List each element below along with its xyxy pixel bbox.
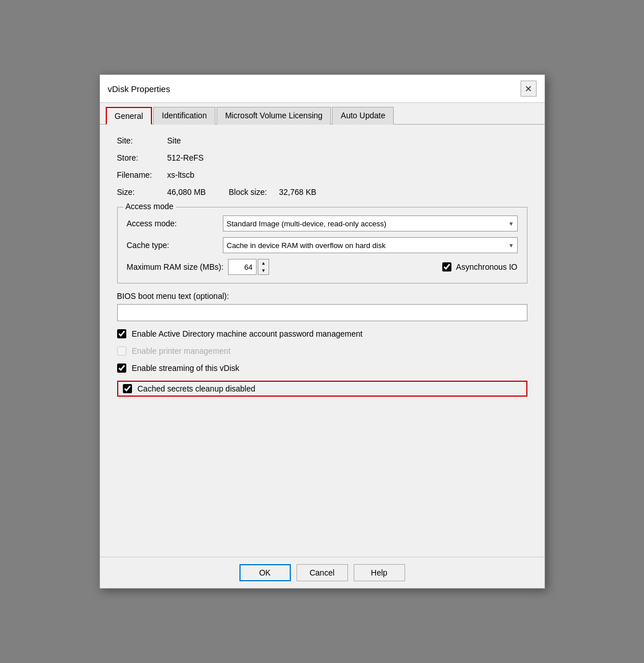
printer-checkbox[interactable]: [117, 346, 126, 356]
access-mode-group: Access mode Access mode: Standard Image …: [117, 207, 527, 283]
async-io-checkbox[interactable]: [442, 262, 451, 271]
ram-label: Maximum RAM size (MBs):: [127, 262, 224, 271]
store-value: 512-ReFS: [167, 153, 204, 162]
cache-type-row: Cache type: Cache in device RAM with ove…: [127, 237, 518, 253]
cancel-button[interactable]: Cancel: [297, 564, 348, 581]
ram-left: Maximum RAM size (MBs): ▲ ▼: [127, 259, 270, 275]
access-mode-select-wrapper: Standard Image (multi-device, read-only …: [223, 215, 518, 231]
tab-identification[interactable]: Identification: [153, 107, 215, 125]
dialog-footer: OK Cancel Help: [100, 557, 545, 588]
checkbox-streaming: Enable streaming of this vDisk: [117, 364, 527, 373]
cache-type-select[interactable]: Cache in device RAM with overflow on har…: [223, 237, 518, 253]
size-value: 46,080 MB: [167, 187, 206, 197]
spinbox-buttons: ▲ ▼: [258, 259, 269, 275]
size-pair: Size: 46,080 MB: [117, 187, 206, 197]
access-mode-select[interactable]: Standard Image (multi-device, read-only …: [223, 215, 518, 231]
tab-licensing[interactable]: Microsoft Volume Licensing: [217, 107, 331, 125]
cache-type-select-wrapper: Cache in device RAM with overflow on har…: [223, 237, 518, 253]
access-mode-row: Access mode: Standard Image (multi-devic…: [127, 215, 518, 231]
store-label: Store:: [117, 153, 163, 162]
tab-bar: General Identification Microsoft Volume …: [100, 103, 545, 125]
access-mode-inner: Access mode: Standard Image (multi-devic…: [127, 215, 518, 275]
close-button[interactable]: ✕: [521, 81, 537, 97]
size-row: Size: 46,080 MB Block size: 32,768 KB: [117, 187, 527, 197]
blocksize-label: Block size:: [229, 187, 274, 197]
store-row: Store: 512-ReFS: [117, 153, 527, 162]
help-button[interactable]: Help: [354, 564, 405, 581]
site-value: Site: [167, 136, 181, 145]
ad-password-label: Enable Active Directory machine account …: [132, 329, 363, 338]
ram-input[interactable]: [228, 259, 257, 275]
ad-password-checkbox[interactable]: [117, 329, 126, 338]
cached-secrets-checkbox[interactable]: [123, 384, 132, 393]
checkbox-cached-secrets: Cached secrets cleanup disabled: [117, 381, 527, 397]
ram-async-row: Maximum RAM size (MBs): ▲ ▼ Asynchronous…: [127, 259, 518, 275]
site-row: Site: Site: [117, 136, 527, 145]
streaming-label: Enable streaming of this vDisk: [132, 364, 239, 373]
cache-type-label: Cache type:: [127, 241, 218, 250]
dialog-title: vDisk Properties: [108, 84, 170, 94]
ok-button[interactable]: OK: [239, 564, 291, 581]
tab-general[interactable]: General: [106, 107, 153, 125]
blocksize-pair: Block size: 32,768 KB: [229, 187, 316, 197]
size-label: Size:: [117, 187, 163, 197]
ram-spinbox: ▲ ▼: [228, 259, 269, 275]
async-io-label: Asynchronous IO: [456, 262, 517, 271]
bios-label: BIOS boot menu text (optional):: [117, 291, 527, 301]
bios-section: BIOS boot menu text (optional):: [117, 291, 527, 321]
title-bar: vDisk Properties ✕: [100, 75, 545, 103]
access-mode-label: Access mode:: [127, 219, 218, 228]
streaming-checkbox[interactable]: [117, 364, 126, 373]
vdisk-properties-dialog: vDisk Properties ✕ General Identificatio…: [99, 74, 545, 589]
printer-label: Enable printer management: [132, 346, 231, 356]
filename-value: xs-ltscb: [167, 170, 194, 179]
tab-autoupdate[interactable]: Auto Update: [332, 107, 394, 125]
access-mode-legend: Access mode: [123, 202, 176, 211]
checkbox-ad-password: Enable Active Directory machine account …: [117, 329, 527, 338]
cached-secrets-label: Cached secrets cleanup disabled: [138, 384, 255, 393]
ram-right: Asynchronous IO: [442, 262, 517, 271]
site-label: Site:: [117, 136, 163, 145]
filename-row: Filename: xs-ltscb: [117, 170, 527, 179]
bios-input[interactable]: [117, 304, 527, 321]
checkbox-printer: Enable printer management: [117, 346, 527, 356]
blocksize-value: 32,768 KB: [279, 187, 316, 197]
tab-content-general: Site: Site Store: 512-ReFS Filename: xs-…: [100, 125, 545, 557]
spinbox-down-button[interactable]: ▼: [258, 267, 269, 274]
filename-label: Filename:: [117, 170, 163, 179]
spinbox-up-button[interactable]: ▲: [258, 259, 269, 267]
